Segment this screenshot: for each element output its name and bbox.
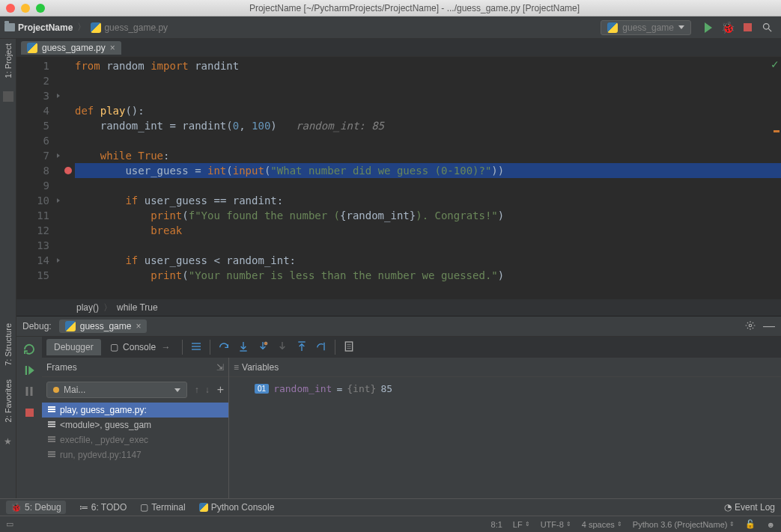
- code-line[interactable]: if user_guess == randint:: [75, 193, 781, 208]
- code-line[interactable]: if user_guess < random_int:: [75, 253, 781, 268]
- gutter-line[interactable]: 13: [16, 238, 75, 253]
- caret-position[interactable]: 8:1: [491, 520, 502, 529]
- code-editor[interactable]: 123456789101112131415 from random import…: [16, 57, 781, 316]
- file-encoding[interactable]: UTF-8⇕: [541, 520, 571, 529]
- stop-button[interactable]: [741, 23, 754, 31]
- tool-window-debug-label: 5: Debug: [25, 502, 61, 513]
- debugger-tab[interactable]: Debugger: [46, 339, 101, 355]
- code-line[interactable]: [75, 73, 781, 88]
- debug-button[interactable]: 🐞: [721, 21, 735, 34]
- step-out-button[interactable]: [296, 340, 308, 355]
- gutter-line[interactable]: 5: [16, 118, 75, 133]
- gutter-line[interactable]: 7: [16, 148, 75, 163]
- variable-list[interactable]: 01 random_int = {int} 85: [249, 377, 781, 516]
- resume-button[interactable]: [22, 364, 36, 377]
- lock-icon[interactable]: 🔓: [745, 519, 756, 529]
- stack-frame[interactable]: run, pydevd.py:1147: [42, 447, 228, 462]
- zoom-window-button[interactable]: [36, 4, 45, 13]
- gutter-line[interactable]: 6: [16, 133, 75, 148]
- ide-fatal-errors-icon[interactable]: ☻: [766, 520, 775, 529]
- tool-window-project[interactable]: 1: Project: [4, 43, 13, 78]
- variable-name: random_int: [273, 383, 332, 394]
- gutter-line[interactable]: 14: [16, 253, 75, 268]
- tool-window-favorites[interactable]: 2: Favorites: [4, 379, 13, 422]
- console-tab[interactable]: ▢ Console →: [103, 339, 178, 355]
- code-line[interactable]: print("Your number is less than the numb…: [75, 268, 781, 283]
- stack-frame[interactable]: execfile, _pydev_exec: [42, 432, 228, 447]
- hide-tool-window-button[interactable]: —: [763, 319, 775, 333]
- breadcrumb-file[interactable]: guess_game.py: [91, 22, 168, 33]
- gutter-line[interactable]: 2: [16, 73, 75, 88]
- gutter-line[interactable]: 9: [16, 178, 75, 193]
- code-line[interactable]: [75, 133, 781, 148]
- editor-gutter[interactable]: 123456789101112131415: [16, 57, 75, 316]
- show-execution-point-button[interactable]: [190, 340, 202, 355]
- breadcrumb-project[interactable]: ProjectName: [4, 22, 73, 33]
- debug-session-label: guess_game: [80, 321, 132, 331]
- gutter-line[interactable]: 15: [16, 268, 75, 283]
- debug-settings-button[interactable]: [745, 320, 756, 333]
- editor-content[interactable]: from random import randintdef play(): ra…: [75, 57, 781, 316]
- close-tab-button[interactable]: ×: [110, 43, 115, 53]
- prev-frame-button[interactable]: ↑: [192, 385, 202, 395]
- line-separator[interactable]: LF⇕: [513, 520, 530, 529]
- code-line[interactable]: def play():: [75, 103, 781, 118]
- svg-point-2: [749, 324, 752, 327]
- stack-frame[interactable]: play, guess_game.py:: [42, 403, 228, 418]
- debug-tool-window-header: Debug: guess_game × —: [16, 316, 781, 337]
- tool-window-todo[interactable]: ≔ 6: TODO: [79, 502, 127, 513]
- code-line[interactable]: [75, 178, 781, 193]
- evaluate-expression-button[interactable]: [343, 340, 355, 355]
- console-tab-label: Console: [123, 342, 156, 352]
- status-bar-menu-button[interactable]: ▭: [6, 519, 13, 529]
- stop-debug-button[interactable]: [22, 406, 36, 419]
- python-interpreter[interactable]: Python 3.6 (ProjectName)⇕: [633, 520, 735, 529]
- gutter-line[interactable]: 8: [16, 163, 75, 178]
- code-line[interactable]: random_int = randint(0, 100) random_int:…: [75, 118, 781, 133]
- frames-restore-icon[interactable]: ⇲: [216, 362, 224, 373]
- run-to-cursor-button[interactable]: [315, 340, 327, 355]
- tool-window-python-

console[interactable]: Python Console: [199, 502, 275, 513]
- gutter-line[interactable]: 11: [16, 208, 75, 223]
- code-line[interactable]: user_guess = int(input("What number did …: [75, 163, 781, 178]
- code-line[interactable]: [75, 88, 781, 103]
- tool-window-debug[interactable]: 🐞 5: Debug: [6, 501, 66, 514]
- rerun-button[interactable]: [22, 343, 36, 356]
- tool-window-structure[interactable]: 7: Structure: [4, 323, 13, 366]
- force-step-into-button[interactable]: [276, 340, 288, 355]
- gutter-line[interactable]: 4: [16, 103, 75, 118]
- pause-button[interactable]: [22, 385, 36, 398]
- next-frame-button[interactable]: ↓: [202, 385, 213, 395]
- close-window-button[interactable]: [6, 4, 15, 13]
- variable-row[interactable]: 01 random_int = {int} 85: [255, 383, 775, 394]
- code-crumb-1[interactable]: play(): [76, 302, 99, 313]
- step-into-button[interactable]: [237, 340, 249, 355]
- minimize-window-button[interactable]: [21, 4, 30, 13]
- run-button[interactable]: [702, 22, 715, 33]
- indent-settings[interactable]: 4 spaces⇕: [582, 520, 622, 529]
- thread-selector[interactable]: Mai...: [46, 382, 187, 398]
- gutter-line[interactable]: 3: [16, 88, 75, 103]
- step-into-my-code-button[interactable]: [257, 340, 269, 355]
- debug-session-tab[interactable]: guess_game ×: [59, 319, 148, 333]
- code-line[interactable]: while True:: [75, 148, 781, 163]
- stack-frame[interactable]: <module>, guess_gam: [42, 418, 228, 432]
- code-crumb-2[interactable]: while True: [117, 302, 158, 313]
- gutter-line[interactable]: 10: [16, 193, 75, 208]
- run-configuration-selector[interactable]: guess_game: [601, 20, 691, 35]
- step-into-icon: [237, 340, 249, 352]
- step-over-button[interactable]: [218, 340, 230, 355]
- warning-marker[interactable]: [774, 130, 780, 132]
- search-everywhere-button[interactable]: [760, 22, 774, 33]
- close-session-button[interactable]: ×: [136, 321, 141, 331]
- gutter-line[interactable]: 1: [16, 58, 75, 73]
- tool-window-terminal[interactable]: ▢ Terminal: [140, 502, 185, 513]
- code-line[interactable]: [75, 238, 781, 253]
- code-line[interactable]: print(f"You found the number ({random_in…: [75, 208, 781, 223]
- gutter-line[interactable]: 12: [16, 223, 75, 238]
- add-frame-button[interactable]: +: [213, 383, 228, 397]
- code-line[interactable]: break: [75, 223, 781, 238]
- tool-window-event-log[interactable]: ◔ Event Log: [724, 502, 775, 513]
- editor-tab-active[interactable]: guess_game.py ×: [21, 41, 121, 55]
- code-line[interactable]: from random import randint: [75, 58, 781, 73]
